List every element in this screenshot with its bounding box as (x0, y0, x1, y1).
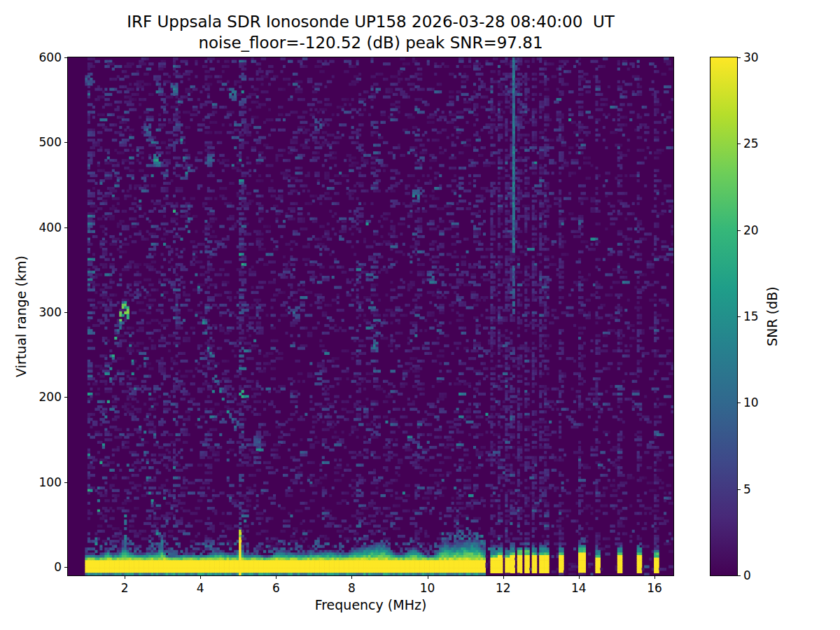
x-tick-label: 10 (414, 581, 442, 595)
x-tick-label: 14 (565, 581, 593, 595)
x-tick (351, 576, 352, 579)
colorbar-tick (738, 57, 741, 58)
y-tick-label: 500 (0, 134, 62, 150)
x-tick-label: 2 (111, 581, 139, 595)
x-tick-label: 6 (262, 581, 290, 595)
y-tick (64, 397, 67, 398)
y-tick-label: 200 (0, 389, 62, 405)
x-tick (125, 576, 125, 579)
chart-title-line1: IRF Uppsala SDR Ionosonde UP158 2026-03-… (68, 13, 673, 31)
y-tick (64, 567, 67, 568)
x-tick-label: 8 (337, 581, 365, 595)
colorbar (710, 57, 738, 576)
colorbar-tick (738, 575, 741, 576)
x-tick (503, 576, 504, 579)
x-tick (276, 576, 276, 579)
y-tick (64, 227, 67, 228)
y-tick (64, 482, 67, 483)
colorbar-tick (738, 402, 741, 403)
colorbar-tick (738, 230, 741, 231)
chart-title-line2: noise_floor=-120.52 (dB) peak SNR=97.81 (68, 34, 673, 52)
colorbar-label: SNR (dB) (764, 286, 780, 346)
colorbar-tick-label: 25 (743, 136, 759, 151)
x-tick (200, 576, 201, 579)
x-tick-label: 4 (186, 581, 214, 595)
ionogram-heatmap (68, 57, 673, 575)
colorbar-tick-label: 0 (743, 568, 751, 583)
y-tick-label: 300 (0, 304, 62, 320)
y-tick-label: 400 (0, 220, 62, 235)
colorbar-tick-label: 30 (743, 50, 759, 65)
y-tick (64, 312, 67, 313)
y-tick-label: 0 (0, 559, 62, 575)
colorbar-tick-label: 15 (743, 309, 759, 324)
x-tick (654, 576, 655, 579)
colorbar-tick-label: 10 (743, 395, 759, 410)
x-tick-label: 12 (489, 581, 517, 595)
y-tick-label: 100 (0, 475, 62, 490)
colorbar-tick (738, 144, 741, 144)
colorbar-tick (738, 316, 741, 317)
y-tick-label: 600 (0, 50, 62, 65)
x-axis-label: Frequency (MHz) (68, 597, 673, 612)
colorbar-tick-label: 20 (743, 223, 759, 238)
y-tick (64, 57, 67, 58)
x-tick-label: 16 (640, 581, 668, 595)
x-tick (428, 576, 428, 579)
colorbar-tick (738, 489, 741, 490)
x-tick (579, 576, 580, 579)
colorbar-tick-label: 5 (743, 482, 751, 497)
y-tick (64, 142, 67, 143)
ionogram-figure: IRF Uppsala SDR Ionosonde UP158 2026-03-… (0, 0, 840, 630)
